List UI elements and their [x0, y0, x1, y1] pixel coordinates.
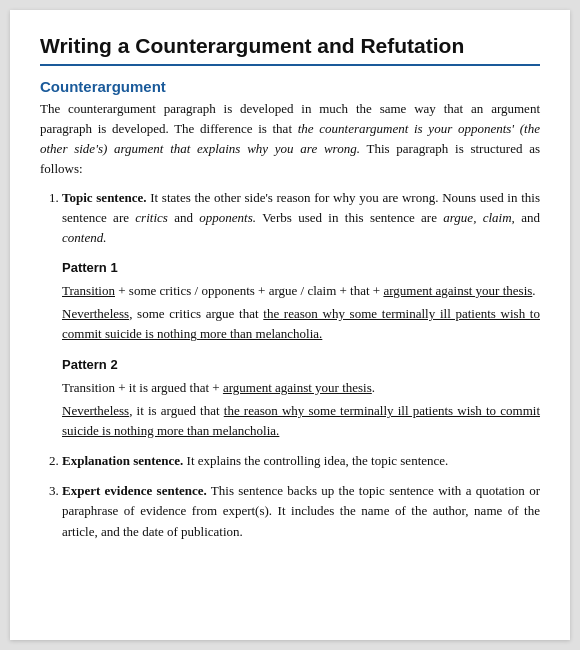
nevertheless-underline-1: Nevertheless	[62, 306, 129, 321]
pattern-1-block: Pattern 1 Transition + some critics / op…	[62, 258, 540, 345]
pattern-2-comma2: , it is argued that	[129, 403, 224, 418]
topic-sentence-label: Topic sentence.	[62, 190, 146, 205]
page-container: Writing a Counterargument and Refutation…	[10, 10, 570, 640]
pattern-1-plus1: + some critics / opponents + argue / cla…	[115, 283, 383, 298]
topic-italic2: opponents.	[199, 210, 256, 225]
topic-italic3: argue, claim,	[443, 210, 515, 225]
counterargument-heading: Counterargument	[40, 78, 540, 95]
pattern-2-heading: Pattern 2	[62, 355, 540, 375]
topic-italic4: contend.	[62, 230, 106, 245]
topic-text2: and	[168, 210, 200, 225]
nevertheless-underline-2: Nevertheless	[62, 403, 129, 418]
list-item-expert-evidence: Expert evidence sentence. This sentence …	[62, 481, 540, 541]
pattern-2-transition: Transition + it is argued that +	[62, 380, 223, 395]
transition-underline-1: Transition	[62, 283, 115, 298]
explanation-text: It explains the controlling idea, the to…	[187, 453, 449, 468]
expert-evidence-label: Expert evidence sentence.	[62, 483, 207, 498]
explanation-label: Explanation sentence.	[62, 453, 183, 468]
pattern-1-line2: Nevertheless, some critics argue that th…	[62, 304, 540, 344]
pattern-2-line1: Transition + it is argued that + argumen…	[62, 378, 540, 398]
intro-paragraph: The counterargument paragraph is develop…	[40, 99, 540, 180]
pattern-1-heading: Pattern 1	[62, 258, 540, 278]
topic-text4: and	[515, 210, 540, 225]
argument-underline-1: argument against your thesis	[383, 283, 532, 298]
page-title: Writing a Counterargument and Refutation	[40, 34, 540, 66]
pattern-1-line1: Transition + some critics / opponents + …	[62, 281, 540, 301]
pattern-2-block: Pattern 2 Transition + it is argued that…	[62, 355, 540, 442]
pattern-1-comma1: , some critics argue that	[129, 306, 263, 321]
topic-text3: Verbs used in this sentence are	[256, 210, 443, 225]
argument-underline-2: argument against your thesis	[223, 380, 372, 395]
topic-italic1: critics	[135, 210, 168, 225]
pattern-2-period: .	[372, 380, 375, 395]
main-list: Topic sentence. It states the other side…	[62, 188, 540, 542]
list-item-topic-sentence: Topic sentence. It states the other side…	[62, 188, 540, 442]
pattern-2-line2: Nevertheless, it is argued that the reas…	[62, 401, 540, 441]
list-item-explanation: Explanation sentence. It explains the co…	[62, 451, 540, 471]
pattern-1-period1: .	[532, 283, 535, 298]
